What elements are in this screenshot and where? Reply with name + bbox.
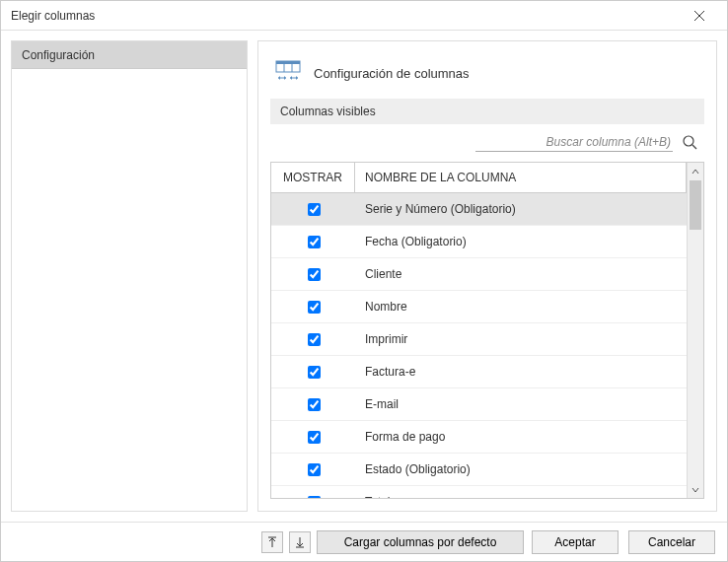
cell-nombre: Fecha (Obligatorio) bbox=[355, 235, 687, 248]
cell-nombre: Total bbox=[355, 495, 687, 498]
close-icon bbox=[694, 11, 704, 21]
show-column-checkbox[interactable] bbox=[308, 301, 321, 314]
accept-button[interactable]: Aceptar bbox=[532, 530, 619, 554]
table-row[interactable]: Serie y Número (Obligatorio) bbox=[271, 193, 687, 226]
svg-rect-3 bbox=[276, 61, 300, 64]
table-row[interactable]: Imprimir bbox=[271, 323, 687, 356]
scroll-up-button[interactable] bbox=[688, 163, 703, 179]
table-row[interactable]: Estado (Obligatorio) bbox=[271, 454, 687, 486]
cell-mostrar bbox=[271, 298, 355, 316]
arrow-up-bar-icon bbox=[267, 536, 277, 548]
cell-nombre: Factura-e bbox=[355, 365, 687, 379]
main-header: Configuración de columnas bbox=[270, 53, 704, 93]
dialog-window: Elegir columnas Configuración bbox=[0, 0, 728, 562]
svg-point-8 bbox=[684, 136, 693, 146]
show-column-checkbox[interactable] bbox=[308, 398, 321, 411]
cell-nombre: Serie y Número (Obligatorio) bbox=[355, 202, 687, 216]
table-row[interactable]: Cliente bbox=[271, 258, 687, 291]
columns-config-icon bbox=[274, 59, 302, 87]
table-row[interactable]: Total bbox=[271, 486, 687, 498]
cell-nombre: Nombre bbox=[355, 300, 687, 314]
footer: Cargar columnas por defecto Aceptar Canc… bbox=[1, 522, 727, 561]
show-column-checkbox[interactable] bbox=[308, 463, 321, 476]
cell-mostrar bbox=[271, 493, 355, 499]
search-button[interactable] bbox=[679, 132, 700, 152]
show-column-checkbox[interactable] bbox=[308, 236, 321, 248]
col-header-mostrar[interactable]: MOSTRAR bbox=[271, 163, 355, 192]
sidebar-item-configuracion[interactable]: Configuración bbox=[12, 41, 247, 69]
sidebar-item-label: Configuración bbox=[22, 48, 95, 62]
cancel-button[interactable]: Cancelar bbox=[628, 530, 715, 554]
section-header-visible-columns: Columnas visibles bbox=[270, 99, 704, 124]
cell-mostrar bbox=[271, 233, 355, 251]
scroll-down-button[interactable] bbox=[688, 481, 703, 498]
close-button[interactable] bbox=[680, 2, 719, 30]
search-row bbox=[270, 124, 704, 162]
col-header-nombre[interactable]: NOMBRE DE LA COLUMNA bbox=[355, 163, 687, 192]
show-column-checkbox[interactable] bbox=[308, 496, 321, 499]
arrow-down-bar-icon bbox=[295, 536, 305, 548]
chevron-down-icon bbox=[692, 486, 699, 494]
move-down-button[interactable] bbox=[289, 531, 311, 553]
main-header-title: Configuración de columnas bbox=[314, 66, 470, 81]
show-column-checkbox[interactable] bbox=[308, 203, 321, 216]
show-column-checkbox[interactable] bbox=[308, 431, 321, 444]
cell-nombre: Cliente bbox=[355, 267, 687, 281]
cell-nombre: Forma de pago bbox=[355, 430, 687, 444]
table-row[interactable]: Fecha (Obligatorio) bbox=[271, 226, 687, 258]
footer-right: Aceptar Cancelar bbox=[532, 530, 715, 554]
sidebar: Configuración bbox=[11, 40, 248, 512]
search-icon bbox=[682, 134, 697, 150]
chevron-up-icon bbox=[692, 168, 699, 176]
table-header: MOSTRAR NOMBRE DE LA COLUMNA bbox=[271, 163, 687, 193]
cell-mostrar bbox=[271, 460, 355, 479]
cell-nombre: Imprimir bbox=[355, 332, 687, 346]
show-column-checkbox[interactable] bbox=[308, 366, 321, 379]
search-input[interactable] bbox=[475, 132, 673, 152]
cell-mostrar bbox=[271, 265, 355, 284]
titlebar: Elegir columnas bbox=[1, 1, 727, 31]
table-row[interactable]: Forma de pago bbox=[271, 421, 687, 454]
cell-nombre: Estado (Obligatorio) bbox=[355, 462, 687, 476]
main-panel: Configuración de columnas Columnas visib… bbox=[257, 40, 717, 512]
table-row[interactable]: Factura-e bbox=[271, 356, 687, 388]
cell-nombre: E-mail bbox=[355, 397, 687, 411]
cell-mostrar bbox=[271, 428, 355, 447]
columns-table: MOSTRAR NOMBRE DE LA COLUMNA Serie y Núm… bbox=[270, 162, 704, 499]
table-row[interactable]: Nombre bbox=[271, 291, 687, 323]
show-column-checkbox[interactable] bbox=[308, 268, 321, 281]
footer-mid: Cargar columnas por defecto bbox=[261, 530, 524, 554]
vertical-scrollbar[interactable] bbox=[687, 163, 703, 498]
move-up-button[interactable] bbox=[261, 531, 283, 553]
cell-mostrar bbox=[271, 200, 355, 219]
table-body: Serie y Número (Obligatorio)Fecha (Oblig… bbox=[271, 193, 687, 498]
table-row[interactable]: E-mail bbox=[271, 388, 687, 421]
scroll-thumb[interactable] bbox=[690, 180, 701, 230]
cell-mostrar bbox=[271, 330, 355, 349]
cell-mostrar bbox=[271, 363, 355, 382]
table-inner: MOSTRAR NOMBRE DE LA COLUMNA Serie y Núm… bbox=[271, 163, 687, 498]
load-defaults-button[interactable]: Cargar columnas por defecto bbox=[317, 530, 524, 554]
show-column-checkbox[interactable] bbox=[308, 333, 321, 346]
svg-line-9 bbox=[692, 145, 696, 149]
window-title: Elegir columnas bbox=[11, 9, 680, 23]
dialog-body: Configuración bbox=[1, 31, 727, 522]
cell-mostrar bbox=[271, 395, 355, 414]
